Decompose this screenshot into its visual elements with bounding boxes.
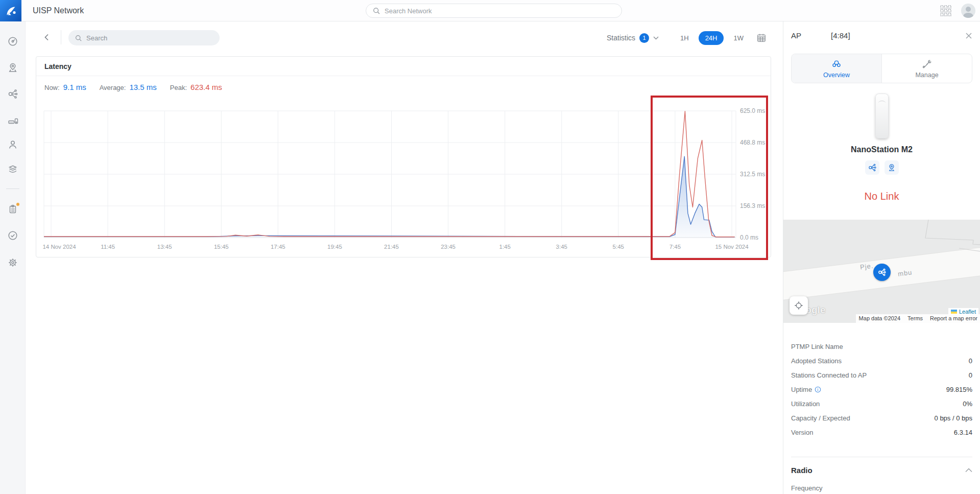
sidebar-divider bbox=[6, 189, 19, 189]
chevron-up-icon bbox=[965, 468, 972, 473]
link-status: No Link bbox=[783, 191, 980, 202]
device-details: PTMP Link Name Adopted Stations 0 Statio… bbox=[791, 339, 972, 439]
map-report-link[interactable]: Report a map error bbox=[930, 315, 977, 321]
latency-chart[interactable]: 625.0 ms468.8 ms312.5 ms156.3 ms0.0 ms14… bbox=[36, 104, 772, 255]
global-search[interactable] bbox=[366, 4, 622, 18]
back-button[interactable] bbox=[41, 31, 53, 43]
app-title: UISP Network bbox=[33, 0, 84, 21]
radio-title: Radio bbox=[791, 466, 812, 475]
show-on-map-icon[interactable] bbox=[885, 160, 899, 175]
radio-frequency-label: Frequency bbox=[791, 484, 972, 492]
sidebar-item-topology-icon[interactable] bbox=[7, 88, 18, 100]
detail-row-version: Version 6.3.14 bbox=[791, 425, 972, 439]
range-1w-button[interactable]: 1W bbox=[728, 31, 749, 45]
latency-card: Latency Now:9.1 ms Average:13.5 ms Peak:… bbox=[36, 56, 771, 257]
apps-grid-icon[interactable] bbox=[940, 5, 951, 16]
map-attribution: Map data ©2024 Terms Report a map error bbox=[856, 314, 980, 323]
locate-button[interactable] bbox=[790, 296, 808, 315]
stat-average-label: Average: bbox=[100, 84, 126, 91]
stat-peak-label: Peak: bbox=[170, 84, 187, 91]
sidebar-item-status-icon[interactable] bbox=[7, 230, 18, 241]
svg-text:11:45: 11:45 bbox=[101, 244, 115, 250]
sidebar-item-tasks-icon[interactable] bbox=[7, 203, 18, 215]
binoculars-icon bbox=[831, 58, 842, 69]
device-actions bbox=[783, 160, 980, 175]
stat-now-label: Now: bbox=[44, 84, 60, 91]
device-type-label: AP bbox=[791, 31, 801, 40]
top-header: UISP Network bbox=[0, 0, 980, 21]
detail-row-ptmp: PTMP Link Name bbox=[791, 339, 972, 354]
global-search-input[interactable] bbox=[385, 7, 615, 15]
detail-row-utilization: Utilization 0% bbox=[791, 396, 972, 411]
latency-card-title: Latency bbox=[36, 57, 771, 76]
svg-text:3:45: 3:45 bbox=[556, 244, 567, 250]
map-data-label: Map data ©2024 bbox=[859, 315, 901, 321]
svg-text:625.0 ms: 625.0 ms bbox=[740, 107, 765, 114]
statistics-dropdown[interactable]: Statistics 1 bbox=[607, 30, 659, 46]
svg-text:13:45: 13:45 bbox=[157, 244, 172, 250]
toolbar-search-input[interactable] bbox=[86, 34, 213, 42]
svg-text:156.3 ms: 156.3 ms bbox=[740, 202, 765, 209]
latency-stats-row: Now:9.1 ms Average:13.5 ms Peak:623.4 ms bbox=[36, 76, 771, 91]
detail-row-capacity: Capacity / Expected 0 bps / 0 bps bbox=[791, 411, 972, 425]
svg-text:7:45: 7:45 bbox=[670, 244, 681, 250]
user-avatar[interactable] bbox=[961, 4, 975, 18]
detail-row-adopted-stations: Adopted Stations 0 bbox=[791, 354, 972, 368]
toolbar-divider bbox=[61, 30, 61, 44]
device-model: NanoStation M2 bbox=[783, 145, 980, 154]
sidebar-item-sites-icon[interactable] bbox=[7, 62, 18, 73]
map-terms-link[interactable]: Terms bbox=[907, 315, 923, 321]
stat-peak-value: 623.4 ms bbox=[190, 83, 222, 91]
sidebar-item-settings-icon[interactable] bbox=[7, 257, 18, 268]
tools-icon bbox=[921, 58, 933, 69]
svg-text:5:45: 5:45 bbox=[613, 244, 624, 250]
svg-text:15 Nov 2024: 15 Nov 2024 bbox=[715, 244, 749, 250]
range-1h-button[interactable]: 1H bbox=[675, 31, 694, 45]
device-map[interactable]: Pje. mbu Google Leaflet Map data ©2024 T… bbox=[783, 220, 980, 323]
panel-title: [4:84] bbox=[831, 31, 850, 40]
svg-text:312.5 ms: 312.5 ms bbox=[740, 171, 765, 178]
detail-row-uptime: Uptime 99.815% bbox=[791, 382, 972, 396]
range-24h-button[interactable]: 24H bbox=[699, 31, 724, 45]
device-map-marker[interactable] bbox=[873, 264, 891, 281]
search-icon bbox=[372, 7, 380, 15]
svg-text:21:45: 21:45 bbox=[384, 244, 399, 250]
statistics-label: Statistics bbox=[607, 34, 635, 42]
svg-text:23:45: 23:45 bbox=[441, 244, 456, 250]
device-section: NanoStation M2 bbox=[783, 93, 980, 175]
stat-now-value: 9.1 ms bbox=[63, 83, 86, 91]
tab-overview-label: Overview bbox=[823, 72, 850, 79]
svg-text:468.8 ms: 468.8 ms bbox=[740, 139, 765, 146]
radio-section-header[interactable]: Radio bbox=[791, 457, 972, 475]
statistics-badge: 1 bbox=[639, 33, 649, 43]
ukraine-flag-icon bbox=[951, 310, 957, 314]
tab-manage[interactable]: Manage bbox=[882, 54, 972, 83]
close-icon[interactable] bbox=[965, 32, 972, 39]
search-icon bbox=[75, 34, 82, 42]
panel-tabs: Overview Manage bbox=[791, 54, 972, 83]
svg-text:1:45: 1:45 bbox=[499, 244, 511, 250]
device-panel: AP [4:84] Overview Manage NanoStation M2 bbox=[783, 21, 980, 494]
show-in-topology-icon[interactable] bbox=[865, 160, 879, 175]
uisp-logo-icon[interactable] bbox=[0, 0, 21, 21]
toolbar-search[interactable] bbox=[68, 30, 220, 45]
panel-header: AP [4:84] bbox=[791, 31, 972, 40]
sidebar bbox=[0, 21, 26, 494]
chevron-down-icon bbox=[653, 36, 659, 40]
time-range-group: 1H 24H 1W bbox=[675, 30, 767, 46]
road-label-left: Pje. bbox=[859, 262, 874, 271]
info-icon[interactable] bbox=[815, 386, 821, 393]
radio-section: Radio Frequency bbox=[791, 457, 972, 492]
sidebar-item-maintenance-icon[interactable] bbox=[7, 164, 18, 175]
detail-row-stations-connected: Stations Connected to AP 0 bbox=[791, 368, 972, 382]
sidebar-item-devices-icon[interactable] bbox=[7, 114, 18, 126]
calendar-icon[interactable] bbox=[756, 33, 767, 43]
sidebar-item-dashboard-icon[interactable] bbox=[7, 36, 18, 47]
sidebar-item-clients-icon[interactable] bbox=[7, 139, 18, 150]
tab-manage-label: Manage bbox=[915, 72, 938, 79]
svg-text:0.0 ms: 0.0 ms bbox=[740, 234, 758, 241]
tasks-badge bbox=[16, 202, 20, 206]
device-image bbox=[875, 93, 889, 138]
svg-text:17:45: 17:45 bbox=[271, 244, 285, 250]
tab-overview[interactable]: Overview bbox=[792, 54, 882, 83]
